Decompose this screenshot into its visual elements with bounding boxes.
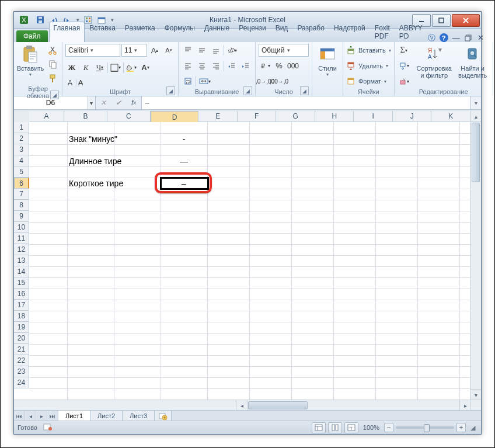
clear-icon[interactable]: ▾	[398, 75, 410, 88]
zoom-slider-handle[interactable]	[424, 424, 430, 432]
align-right-icon[interactable]	[210, 60, 222, 72]
bold-button[interactable]: Ж	[65, 61, 78, 74]
scroll-left-icon[interactable]: ◂	[236, 400, 248, 411]
cells-insert-button[interactable]: Вставить▾	[346, 44, 391, 57]
view-normal-icon[interactable]	[312, 422, 326, 433]
scroll-up-icon[interactable]: ▴	[470, 111, 481, 122]
ribbon-tab[interactable]: Foxit PDF	[370, 22, 395, 42]
row-header[interactable]: 23	[14, 366, 29, 377]
font-size-select[interactable]: 11▾	[121, 44, 147, 57]
align-bottom-icon[interactable]	[210, 44, 222, 57]
row-header[interactable]: 8	[14, 200, 29, 211]
ribbon-minimize-icon[interactable]: ⓥ	[427, 33, 436, 42]
cell[interactable]: Короткое тире	[67, 178, 161, 189]
resize-grip-icon[interactable]: ◢	[468, 424, 477, 432]
formula-input[interactable]: –	[142, 96, 470, 109]
styles-button[interactable]: Стили ▾	[315, 44, 340, 88]
doc-close-icon[interactable]: ✕	[476, 33, 485, 42]
align-middle-icon[interactable]	[196, 44, 208, 57]
decrease-indent-icon[interactable]	[225, 60, 238, 72]
horizontal-scrollbar[interactable]: ◂ ▸	[236, 400, 470, 411]
tab-nav-prev-icon[interactable]: ◂	[25, 411, 36, 421]
font-color-icon[interactable]: A▾	[139, 61, 152, 74]
hscroll-thumb[interactable]	[248, 401, 308, 409]
scroll-right-icon[interactable]: ▸	[459, 400, 470, 411]
row-header[interactable]: 3	[14, 144, 29, 155]
ribbon-tab[interactable]: Надстрой	[329, 22, 370, 42]
view-page-layout-icon[interactable]	[328, 422, 342, 433]
percent-icon[interactable]: %	[273, 60, 285, 72]
row-header[interactable]: 7	[14, 189, 29, 200]
copy-icon[interactable]	[46, 58, 59, 71]
paste-button[interactable]: Вставить ▾	[17, 44, 44, 85]
row-header[interactable]: 22	[14, 355, 29, 366]
tab-nav-last-icon[interactable]: ⏭	[47, 411, 58, 421]
row-header[interactable]: 5	[14, 166, 29, 178]
macro-record-icon[interactable]	[43, 423, 53, 432]
fx-icon[interactable]: fx	[126, 99, 141, 107]
cell[interactable]: —	[161, 155, 207, 166]
grow-font-icon[interactable]: A▴	[148, 44, 161, 57]
increase-indent-icon[interactable]	[239, 60, 252, 72]
sheet-tab[interactable]: Лист3	[123, 411, 155, 421]
row-header[interactable]: 12	[14, 244, 29, 255]
name-box-dropdown-icon[interactable]: ▾	[87, 96, 95, 109]
ribbon-tab[interactable]: Вставка	[85, 22, 120, 42]
find-select-button[interactable]: Найти и выделить	[456, 44, 490, 88]
ribbon-tab[interactable]: Разрабо	[292, 22, 329, 42]
underline-button[interactable]: Ч ▾	[93, 61, 106, 74]
ribbon-tab[interactable]: ABBYY PD	[395, 22, 427, 42]
ribbon-tab[interactable]: Формулы	[160, 22, 200, 42]
align-launcher-icon[interactable]: ◢	[243, 86, 252, 95]
maximize-button[interactable]	[432, 14, 451, 27]
row-header[interactable]: 18	[14, 311, 29, 322]
column-header[interactable]: B	[64, 111, 107, 122]
vertical-scrollbar[interactable]: ▴ ▾	[470, 111, 481, 400]
select-all-corner[interactable]	[14, 111, 30, 123]
italic-button[interactable]: К	[79, 61, 92, 74]
formula-expand-icon[interactable]: ▾	[470, 96, 481, 109]
zoom-in-button[interactable]: +	[456, 423, 466, 432]
column-header[interactable]: I	[354, 111, 393, 122]
row-header[interactable]: 17	[14, 300, 29, 311]
clipboard-launcher-icon[interactable]: ◢	[50, 91, 59, 99]
row-header[interactable]: 1	[14, 122, 29, 133]
cells-delete-button[interactable]: Удалить▾	[346, 60, 391, 72]
orientation-icon[interactable]: ab▾	[225, 44, 238, 57]
cell[interactable]: -	[161, 133, 207, 144]
column-header[interactable]: F	[238, 111, 277, 122]
column-header[interactable]: E	[198, 111, 238, 122]
zoom-out-button[interactable]: −	[384, 423, 393, 432]
decrease-decimal-icon[interactable]: ,00→,0	[273, 75, 285, 88]
row-header[interactable]: 4	[14, 155, 29, 166]
align-top-icon[interactable]	[182, 44, 194, 57]
column-header[interactable]: K	[431, 111, 470, 122]
row-header[interactable]: 2	[14, 133, 29, 144]
format-painter-icon[interactable]	[46, 72, 59, 85]
row-header[interactable]: 9	[14, 211, 29, 222]
number-launcher-icon[interactable]: ◢	[300, 86, 309, 95]
app-icon[interactable]: X	[18, 13, 30, 26]
merge-icon[interactable]: ▾	[197, 75, 212, 88]
row-header[interactable]: 21	[14, 344, 29, 355]
scroll-down-icon[interactable]: ▾	[470, 389, 481, 400]
file-tab[interactable]: Файл	[16, 30, 48, 42]
accounting-icon[interactable]: ₽▾	[259, 60, 271, 72]
tab-nav-next-icon[interactable]: ▸	[36, 411, 47, 421]
cell[interactable]: –	[161, 178, 207, 189]
new-sheet-tab[interactable]	[155, 411, 172, 421]
column-header[interactable]: A	[29, 111, 64, 122]
sheet-tab[interactable]: Лист1	[58, 411, 90, 421]
column-header[interactable]: G	[276, 111, 315, 122]
view-page-break-icon[interactable]	[344, 422, 358, 433]
row-header[interactable]: 13	[14, 255, 29, 266]
row-header[interactable]: 6	[14, 178, 29, 189]
doc-minimize-icon[interactable]: —	[452, 33, 461, 42]
doc-restore-icon[interactable]	[464, 33, 473, 42]
autosum-icon[interactable]: Σ ▾	[398, 44, 410, 57]
vscroll-thumb[interactable]	[472, 123, 480, 182]
comma-icon[interactable]: 000	[287, 60, 299, 72]
name-box-input[interactable]	[14, 99, 87, 107]
shrink-font-icon[interactable]: A▾	[162, 44, 175, 57]
ribbon-tab[interactable]: Рецензи	[234, 22, 270, 42]
